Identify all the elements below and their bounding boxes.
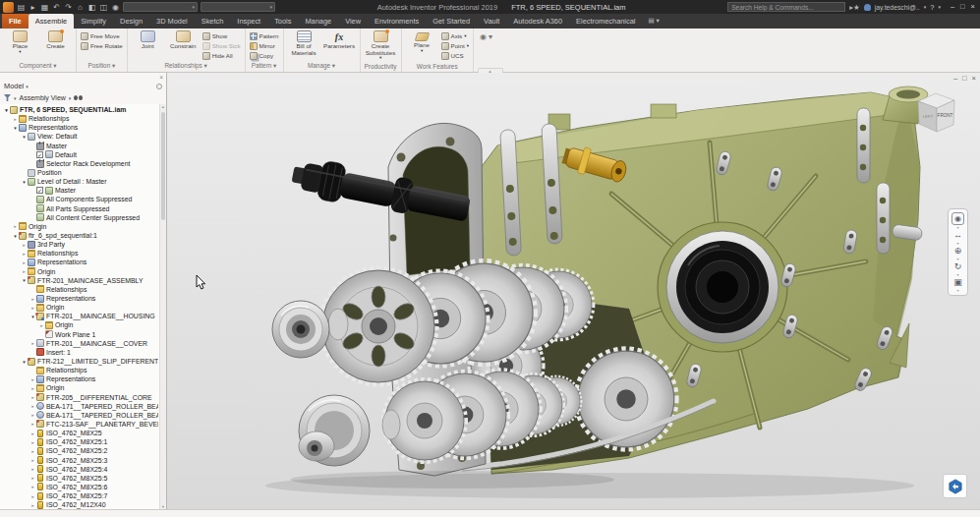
tree-expander-icon[interactable]: ▾ (12, 125, 19, 131)
tree-item[interactable]: All Components Suppressed (2, 195, 158, 203)
favorites-star-icon[interactable]: ★ (853, 3, 860, 12)
redo-icon[interactable]: ↷ (64, 2, 73, 13)
copy-button[interactable]: Copy (250, 51, 279, 60)
tree-item[interactable]: ▾FTR, 6 SPEED, SEQUENTIAL.iam (2, 105, 158, 114)
tree-item[interactable]: ▾Level of Detail : Master (2, 177, 158, 186)
help-chevron-icon[interactable]: ▾ (938, 4, 941, 10)
tree-expander-icon[interactable]: ▸ (21, 268, 28, 274)
visibility-checkbox[interactable]: ✓ (36, 151, 43, 158)
tree-item[interactable]: ▸BEA-171__TAPERED_ROLLER_BEA-565 (2, 402, 158, 411)
tree-item[interactable]: All Content Center Suppressed (2, 213, 158, 222)
panel-label-component[interactable]: Component ▾ (0, 62, 76, 72)
tree-item[interactable]: ▸BEA-171__TAPERED_ROLLER_BEA-565:1 (2, 411, 158, 420)
help-sphere-icon[interactable]: ◉ (111, 2, 120, 13)
undo-icon[interactable]: ↶ (52, 2, 61, 13)
browser-panel-title[interactable]: Model (4, 82, 24, 90)
assembly-view-selector[interactable]: Assembly View (20, 94, 66, 101)
tab-electromechanical[interactable]: Electromechanical (569, 14, 642, 29)
3d-model-canvas[interactable] (167, 73, 980, 509)
tree-item[interactable]: ▾Representations (2, 123, 158, 132)
tree-item[interactable]: ▸FTR-201__MAINCASE__COVER (2, 339, 158, 348)
home-icon[interactable]: ⌂ (76, 2, 85, 13)
tree-expander-icon[interactable]: ▸ (21, 242, 28, 248)
tree-expander-icon[interactable]: ▸ (12, 223, 19, 229)
tree-item[interactable]: ▸Origin (2, 320, 158, 329)
tree-item[interactable]: ▸Origin (2, 303, 158, 312)
cloud-sync-badge[interactable] (943, 474, 967, 498)
tree-item[interactable]: Work Plane 1 (2, 330, 158, 339)
bill-of-materials-button[interactable]: Bill of Materials (288, 30, 320, 56)
tree-scrollbar[interactable]: ▴ ▾ (159, 104, 166, 509)
search-input[interactable] (727, 2, 845, 12)
measure-icon[interactable]: ◫ (99, 2, 108, 13)
tree-expander-icon[interactable]: ▸ (29, 439, 36, 445)
tree-expander-icon[interactable]: ▸ (29, 296, 36, 302)
hide-all-button[interactable]: Hide All (202, 51, 241, 60)
tree-expander-icon[interactable]: ▸ (29, 340, 36, 346)
panel-label-relationships[interactable]: Relationships ▾ (128, 62, 245, 72)
close-button[interactable]: × (971, 2, 975, 12)
restore-button[interactable]: □ (960, 2, 965, 12)
render-style-icon[interactable]: ◧ (87, 2, 96, 13)
tree-item[interactable]: ▸ISO_4762_M8X25:6 (2, 483, 158, 491)
tab-3d-model[interactable]: 3D Model (149, 14, 195, 29)
create-substitutes-button[interactable]: Create Substitutes▾ (365, 30, 397, 61)
tree-item[interactable]: ▸FTC-213-SAF__PLANETARY_BEVEL_GE (2, 420, 158, 429)
output-bearing-bore[interactable] (658, 222, 787, 352)
search-binoculars-icon[interactable] (74, 95, 78, 100)
axis-button[interactable]: Axis▾ (441, 31, 469, 40)
tab-inspect[interactable]: Inspect (230, 14, 267, 29)
tree-item[interactable]: Master (2, 142, 158, 150)
ribbon-display-options-icon[interactable]: ▤ ▾ (642, 14, 664, 29)
joint-button[interactable]: Joint (132, 30, 164, 50)
tree-expander-icon[interactable]: ▸ (38, 322, 45, 328)
tab-view[interactable]: View (338, 14, 368, 29)
chevron-down-icon[interactable]: ▾ (956, 288, 958, 293)
tree-item[interactable]: ▸ISO_4762_M8X25:7 (2, 491, 158, 500)
tree-expander-icon[interactable]: ▸ (29, 385, 36, 391)
panel-label-work-features[interactable]: Work Features (402, 63, 473, 72)
tab-assemble[interactable]: Assemble (29, 14, 74, 29)
tree-item[interactable]: ▸Relationships (2, 114, 158, 123)
tree-item[interactable]: Relationships (2, 285, 158, 294)
tab-tools[interactable]: Tools (267, 14, 298, 29)
tree-expander-icon[interactable]: ▸ (29, 493, 36, 499)
save-icon[interactable]: ▦ (40, 2, 49, 13)
tab-vault[interactable]: Vault (477, 14, 506, 29)
tab-sketch[interactable]: Sketch (195, 14, 231, 29)
help-icon[interactable]: ? (930, 3, 934, 12)
user-name[interactable]: jay.tedeschi@.. (875, 4, 920, 11)
user-avatar-icon[interactable] (864, 4, 871, 11)
viewcube-front-label[interactable]: FRONT (938, 113, 953, 118)
tree-item[interactable]: ▸Origin (2, 267, 158, 276)
filter-icon[interactable] (4, 94, 11, 101)
tree-expander-icon[interactable]: ▸ (21, 259, 28, 265)
mirror-button[interactable]: Mirror (250, 41, 279, 50)
panel-label-position[interactable]: Position ▾ (77, 62, 127, 72)
tree-expander-icon[interactable]: ▸ (29, 431, 36, 436)
constrain-button[interactable]: Constrain (167, 30, 200, 50)
create-button[interactable]: Create (39, 30, 72, 50)
tab-simplify[interactable]: Simplify (74, 14, 113, 29)
viewcube[interactable]: LEFT FRONT (909, 86, 960, 138)
appearance-combo[interactable]: ▾ (201, 2, 275, 12)
tree-item[interactable]: ▸Representations (2, 258, 158, 266)
place-button[interactable]: Place▾ (4, 30, 36, 55)
material-combo[interactable]: ▾ (123, 2, 198, 12)
tree-expander-icon[interactable]: ▸ (29, 412, 36, 418)
tree-expander-icon[interactable]: ▸ (29, 394, 36, 400)
orbit-icon[interactable]: ↻ (954, 261, 962, 272)
show-button[interactable]: Show (202, 31, 241, 40)
parameters-button[interactable]: fxParameters (323, 30, 356, 50)
tree-item[interactable]: ▸ISO_4762_M8X25:5 (2, 474, 158, 483)
free-rotate-button[interactable]: Free Rotate (81, 41, 123, 50)
tree-expander-icon[interactable]: ▾ (21, 179, 28, 185)
tree-item[interactable]: All Parts Suppressed (2, 204, 158, 213)
browser-panel-chevron-icon[interactable]: ▾ (26, 84, 29, 89)
tree-item[interactable]: ▸3rd Party (2, 240, 158, 249)
tree-expander-icon[interactable]: ▸ (29, 466, 36, 472)
minimize-button[interactable]: – (951, 2, 954, 12)
user-menu-chevron-icon[interactable]: ▾ (924, 4, 927, 10)
plane-button[interactable]: Plane▾ (406, 30, 438, 54)
tree-expander-icon[interactable]: ▾ (3, 107, 10, 113)
